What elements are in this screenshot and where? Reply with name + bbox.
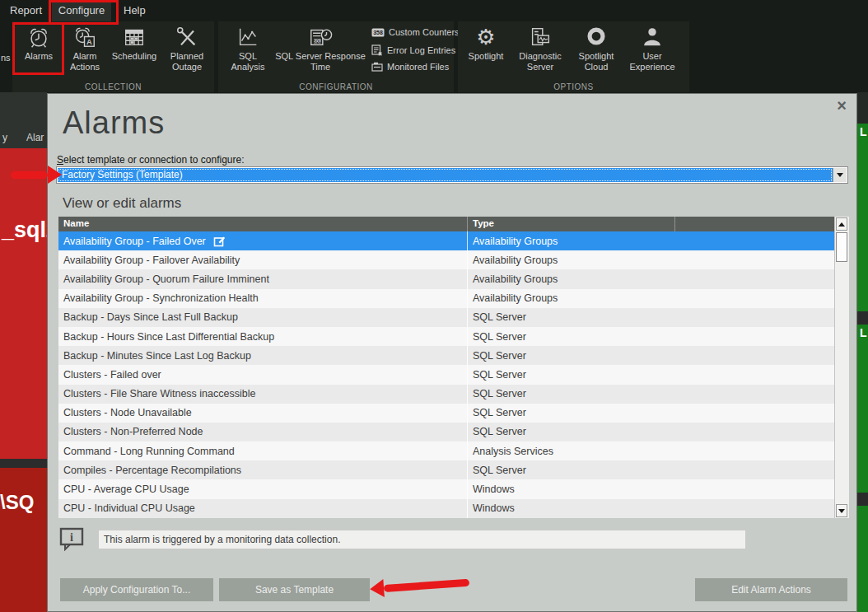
apply-configuration-button[interactable]: Apply Configuration To... [60,578,213,601]
table-row[interactable]: CPU - Individual CPU Usage Windows [58,499,834,518]
error-log-entries-button[interactable]: Error Log Entries [371,44,455,56]
alarm-name: Command - Long Running Command [63,446,235,457]
table-row[interactable]: Availability Group - Failed Over Availab… [58,231,834,250]
table-row[interactable]: Backup - Hours Since Last Differential B… [58,327,834,346]
user-experience-button-label: User Experience [623,51,681,72]
server-waveform-icon [528,25,553,49]
alarm-name: Backup - Hours Since Last Differential B… [63,331,274,343]
alarm-name-cell: Clusters - Non-Preferred Node [58,423,467,441]
alarm-actions-button[interactable]: A Alarm Actions [63,25,107,72]
dialog-title: Alarms [63,105,165,141]
chevron-up-icon [838,222,845,227]
alarm-type-cell: SQL Server [467,327,674,346]
alarm-name: Availability Group - Failover Availabili… [63,255,240,266]
counters-badge-icon: 358 [371,28,385,37]
table-row[interactable]: Clusters - File Share Witness inaccessib… [58,385,834,404]
monitored-files-button[interactable]: Monitored Files [371,62,449,72]
planned-outage-button[interactable]: Planned Outage [163,25,211,72]
background-window-left-edge: y Alar _sql2 \SQ [0,92,47,612]
ribbon-clipped-button-fragment: ns [1,53,11,63]
background-right-dark [857,92,868,124]
template-combobox[interactable]: Factory Settings (Template) [56,166,848,184]
background-green-panel [857,506,868,612]
user-experience-button[interactable]: User Experience [623,25,681,72]
alarm-type-cell: SQL Server [467,385,674,404]
background-instance-name-fragment: \SQ [0,491,34,514]
combobox-dropdown-button[interactable] [833,168,847,182]
table-row[interactable]: Availability Group - Failover Availabili… [58,250,834,269]
alarm-type: SQL Server [473,369,526,381]
alarm-type-cell: SQL Server [467,423,674,441]
alarm-type-cell: SQL Server [467,346,674,365]
diagnostic-server-button[interactable]: Diagnostic Server [512,25,568,72]
alarm-name: Availability Group - Synchronization Hea… [63,292,259,304]
table-row[interactable]: Backup - Days Since Last Full Backup SQL… [58,308,834,327]
tab-report[interactable]: Report [10,0,42,21]
table-row[interactable]: Clusters - Failed over SQL Server [58,365,834,384]
alarm-name-cell: Clusters - File Share Witness inaccessib… [58,385,467,404]
alarms-button-label: Alarms [25,51,53,62]
alarm-name: Clusters - Failed over [63,369,161,381]
alarm-name-cell: CPU - Individual CPU Usage [58,499,467,518]
table-row[interactable]: Compiles - Percentage Recompilations SQL… [58,460,834,479]
alarm-type-cell: Availability Groups [467,250,674,269]
alarm-type-cell: Windows [467,499,674,518]
group-label-options: OPTIONS [458,82,689,91]
table-scrollbar[interactable] [834,217,849,518]
background-panel-separator [857,493,868,506]
sql-server-response-time-button[interactable]: SQL SQL Server Response Time [274,25,366,72]
alarm-name-cell: Backup - Days Since Last Full Backup [58,308,467,327]
sql-analysis-button[interactable]: SQL Analysis [225,25,271,72]
table-body: Availability Group - Failed Over Availab… [58,231,834,518]
alarm-name-cell: Compiles - Percentage Recompilations [58,460,467,479]
alarm-type: SQL Server [473,350,526,362]
background-tab-fragment: Alar [26,132,44,143]
sql-server-response-time-button-label: SQL Server Response Time [274,51,366,72]
svg-text:358: 358 [373,30,383,35]
close-icon[interactable]: × [837,97,847,114]
table-row[interactable]: Clusters - Node Unavailable SQL Server [58,404,834,423]
group-label-configuration: CONFIGURATION [218,82,454,91]
table-row[interactable]: CPU - Average CPU Usage Windows [58,479,834,498]
alarm-type: Windows [473,502,515,514]
column-header-type[interactable]: Type [467,217,674,231]
group-label-collection: COLLECTION [12,82,214,91]
alarm-name-cell: Backup - Minutes Since Last Log Backup [58,346,467,365]
alarm-type-cell: SQL Server [467,308,674,327]
tab-configure[interactable]: Configure [52,0,111,21]
alarm-type-cell: SQL Server [467,365,674,384]
alarm-type-cell: Windows [467,479,674,498]
error-log-icon [371,44,383,56]
alarms-button[interactable]: Alarms [17,25,60,62]
edit-alarm-actions-button[interactable]: Edit Alarm Actions [695,578,847,601]
spotlight-button[interactable]: ⚙ Spotlight [463,25,509,62]
table-row[interactable]: Availability Group - Synchronization Hea… [58,289,834,308]
table-row[interactable]: Availability Group - Quorum Failure Immi… [58,269,834,288]
tab-help[interactable]: Help [124,0,146,21]
scrollbar-thumb[interactable] [836,232,847,262]
alarm-type-cell: SQL Server [467,460,674,479]
column-header-name[interactable]: Name [58,217,467,231]
alarms-table: Name Type Availability Group - Failed Ov… [58,217,849,518]
alarm-clock-icon [26,25,51,49]
alarm-type: Analysis Services [473,446,553,457]
spotlight-cloud-button-label: Spotlight Cloud [572,51,620,72]
custom-counters-button[interactable]: 358 Custom Counters [371,27,460,37]
edit-icon[interactable] [213,235,226,247]
diagnostic-server-button-label: Diagnostic Server [512,51,568,72]
alarm-type: SQL Server [473,407,526,418]
alarm-name-cell: Clusters - Failed over [58,365,467,384]
table-row[interactable]: Clusters - Non-Preferred Node SQL Server [58,423,834,441]
scheduling-button[interactable]: Scheduling [108,25,161,62]
background-window-right-edge: L L [857,0,868,612]
scheduling-button-label: Scheduling [112,51,156,62]
table-row[interactable]: Backup - Minutes Since Last Log Backup S… [58,346,834,365]
spotlight-cloud-button[interactable]: Spotlight Cloud [572,25,620,72]
scroll-down-button[interactable] [836,504,847,517]
template-combobox-value[interactable]: Factory Settings (Template) [58,168,833,182]
alarm-type: Availability Groups [473,292,558,304]
save-as-template-button[interactable]: Save as Template [219,578,370,601]
table-row[interactable]: Command - Long Running Command Analysis … [58,441,834,460]
scroll-up-button[interactable] [836,217,847,231]
alarm-type: SQL Server [473,331,526,343]
